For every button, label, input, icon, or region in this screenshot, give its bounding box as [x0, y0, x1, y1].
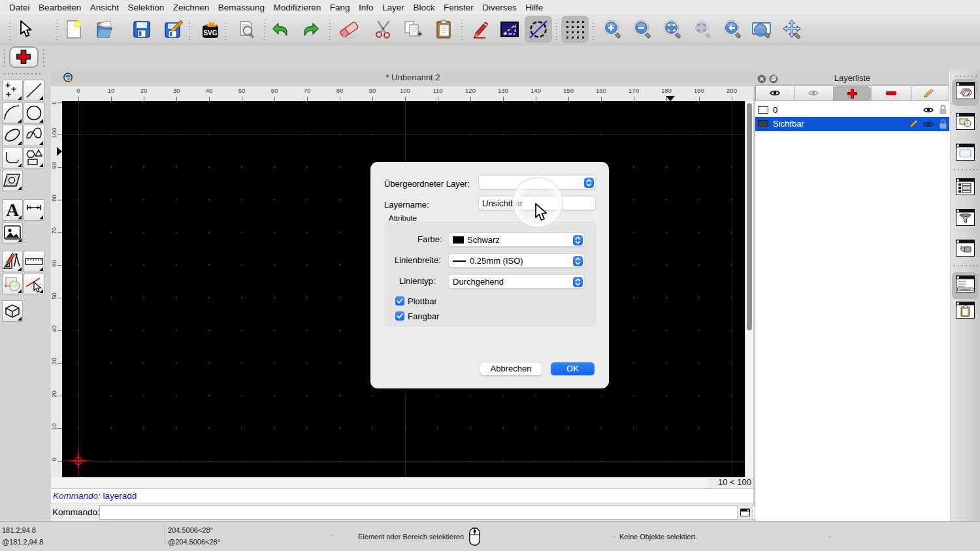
svg-text:command: command	[960, 289, 970, 291]
svg-text:SVG: SVG	[203, 29, 217, 37]
